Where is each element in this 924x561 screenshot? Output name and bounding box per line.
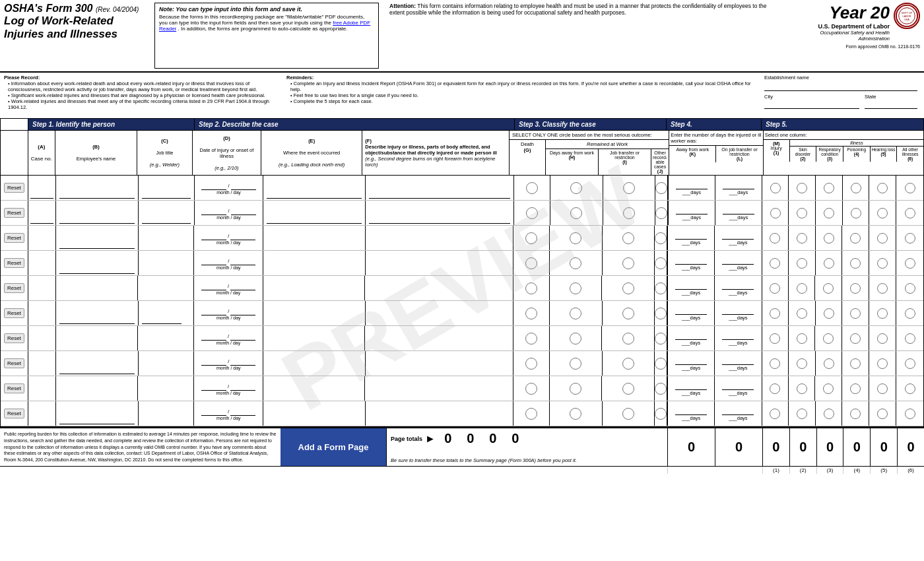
injury-radio[interactable] (770, 208, 781, 218)
hearing-radio[interactable] (877, 208, 888, 218)
other-ill-radio[interactable] (905, 208, 915, 218)
case-no-input[interactable] (30, 214, 53, 224)
table-row: Reset /month / day ___days ___days (1, 226, 923, 251)
col-e-header: (E) Where the event occurred (e.g., Load… (261, 131, 362, 175)
death-radio[interactable] (526, 182, 538, 194)
step5-cols-header: Select one column: (M) Injury (1) Illnes… (764, 131, 923, 175)
transfer-radio[interactable] (623, 182, 635, 194)
resp-radio[interactable] (824, 208, 834, 218)
instructions-row: Please Record: • Information about every… (0, 73, 924, 119)
header-right: Year 20 U.S. Department of Labor Occupat… (788, 3, 920, 69)
reset-button[interactable]: Reset (4, 183, 24, 193)
transfer-radio[interactable] (622, 232, 634, 244)
reset-button[interactable]: Reset (4, 283, 24, 293)
reset-button[interactable]: Reset (4, 409, 24, 418)
step3-classify-header: SELECT ONLY ONE circle based on the most… (510, 131, 669, 175)
where-input[interactable] (267, 214, 362, 224)
describe-input[interactable] (369, 214, 510, 224)
form-title: Log of Work-Related Injuries and Illness… (4, 15, 149, 40)
job-title-input[interactable] (142, 214, 191, 224)
away-days-input[interactable] (676, 205, 708, 214)
resp-radio[interactable] (824, 183, 834, 193)
other-ill-radio[interactable] (905, 183, 915, 193)
reset-button[interactable]: Reset (4, 333, 24, 343)
total-2: 0 (790, 428, 817, 466)
employee-name-input[interactable] (59, 240, 135, 249)
month-input[interactable] (201, 181, 226, 190)
reset-button[interactable]: Reset (4, 233, 24, 243)
svg-text:USA: USA (904, 18, 909, 21)
days-away-radio[interactable] (570, 232, 581, 244)
month-input[interactable] (201, 206, 226, 215)
table-row: Reset /month / day ___days ___days (1, 351, 923, 376)
describe-input[interactable] (369, 189, 510, 199)
away-days-input[interactable] (676, 180, 708, 189)
col-numbers-row: (1) (2) (3) (4) (5) (6) (0, 467, 924, 474)
osha-form-300: OSHA's Form 300 (Rev. 04/2004) Log of Wo… (0, 0, 924, 561)
note-box: Note: You can type input into this form … (154, 3, 379, 69)
day-input[interactable] (231, 206, 256, 215)
other-radio[interactable] (655, 232, 667, 244)
reset-button[interactable]: Reset (4, 358, 24, 368)
reset-button[interactable]: Reset (4, 308, 24, 318)
total-h: 0 (461, 431, 480, 446)
table-row: Reset /month / day ___days ___days (1, 276, 923, 301)
away-col-header: Away from work (K) (669, 146, 716, 162)
day-input[interactable] (231, 181, 256, 190)
total-l: 0 (715, 428, 762, 466)
svg-text:DEPT OF: DEPT OF (902, 12, 913, 15)
total-6: 0 (898, 428, 924, 466)
reset-button[interactable]: Reset (4, 208, 24, 218)
employee-name-input[interactable] (59, 189, 135, 199)
onjob-days-input[interactable] (723, 205, 754, 214)
injury-radio[interactable] (770, 183, 781, 193)
col-num-4: (4) (843, 467, 871, 474)
footer-text: Public reporting burden for this collect… (0, 428, 280, 466)
state-input[interactable] (865, 100, 917, 109)
svg-text:LABOR: LABOR (903, 15, 911, 18)
col-num-2: (2) (790, 467, 817, 474)
other-ill-col-header: All other illnesses (6) (897, 147, 923, 162)
total-j: 0 (506, 431, 525, 446)
days-away-radio[interactable] (570, 207, 582, 219)
poison-radio[interactable] (851, 208, 861, 218)
total-3: 0 (817, 428, 844, 466)
table-row: Reset /month / day ___days ___days (1, 376, 923, 401)
add-form-page-button[interactable]: Add a Form Page (280, 428, 386, 466)
employee-name-input[interactable] (59, 214, 135, 224)
onjob-days-input[interactable] (723, 180, 754, 189)
reset-button[interactable]: Reset (4, 258, 24, 268)
col-c-header: (C) Job title (e.g., Welder) (137, 131, 193, 175)
death-radio[interactable] (526, 207, 538, 219)
establishment-input[interactable] (764, 82, 917, 91)
other-radio[interactable] (655, 182, 667, 194)
where-input[interactable] (267, 189, 362, 199)
step5-header: Step 5. (762, 119, 923, 130)
case-no-input[interactable] (30, 189, 53, 199)
skin-col-header: Skin disorder (2) (790, 147, 817, 162)
arrow-icon: ► (425, 433, 436, 445)
hearing-radio[interactable] (877, 183, 888, 193)
poison-radio[interactable] (851, 183, 861, 193)
city-input[interactable] (764, 100, 859, 109)
step3-header: Step 3. Classify the case (515, 119, 667, 130)
step2-header: Step 2. Describe the case (195, 119, 515, 130)
col-num-6: (6) (898, 467, 924, 474)
step1-header: Step 1. Identify the person (28, 119, 195, 130)
transfer-radio[interactable] (623, 207, 635, 219)
other-col-header: Other record-able cases (J) (651, 149, 669, 175)
other-radio[interactable] (655, 207, 667, 219)
year-label: Year 20 (788, 3, 890, 23)
col-desc-headers: (A) Case no. (B) Employee's name (C) Job… (1, 131, 923, 176)
onjob-col-header: On job transfer or restriction (L) (716, 146, 762, 162)
step4-cols-header: Enter the number of days the injured or … (669, 131, 763, 175)
skin-radio[interactable] (797, 208, 807, 218)
days-away-radio[interactable] (570, 182, 582, 194)
hearing-col-header: Hearing loss (5) (871, 147, 898, 162)
total-i: 0 (483, 431, 503, 446)
col-num-5: (5) (871, 467, 898, 474)
skin-radio[interactable] (797, 183, 807, 193)
job-title-input[interactable] (142, 189, 191, 199)
reset-button[interactable]: Reset (4, 383, 24, 393)
death-radio[interactable] (525, 232, 537, 244)
